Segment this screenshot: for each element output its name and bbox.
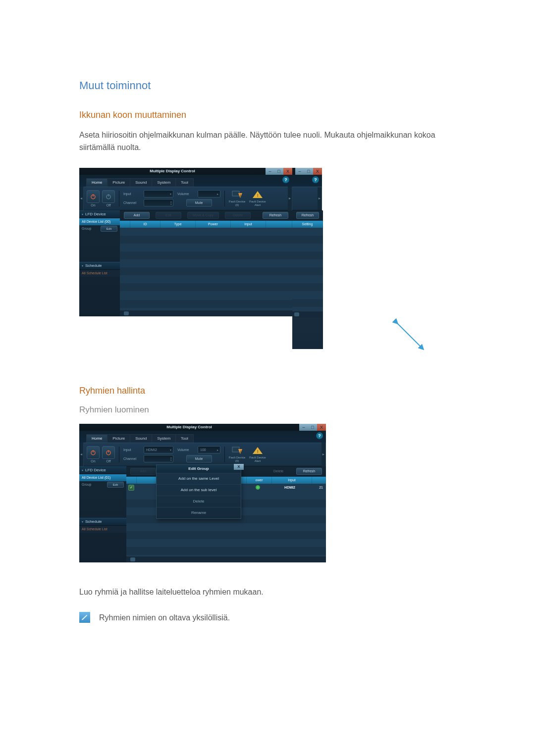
volume-field-2[interactable]: 100▸ [198, 446, 220, 454]
refresh-button-3[interactable]: Refresh [296, 468, 322, 475]
paragraph-groups: Luo ryhmiä ja hallitse laiteluetteloa ry… [79, 586, 456, 599]
win3-maximize-button[interactable]: □ [308, 424, 317, 431]
fault-alert-label-2: Fault DeviceAlert [249, 456, 266, 463]
add-button-2[interactable]: Add [130, 468, 156, 475]
group-edit-button-2[interactable]: Edit [107, 482, 124, 488]
window2-close-button[interactable]: X [313, 168, 322, 175]
collapse-left-icon-2[interactable]: ◄ [79, 443, 84, 466]
popup-rename[interactable]: Rename [157, 507, 241, 518]
move-copy-button[interactable]: Move & Copy [187, 212, 219, 219]
sidebar-section-schedule-2[interactable]: ▾Schedule [79, 518, 126, 526]
window2-minimize-button[interactable]: – [295, 168, 304, 175]
main-panel-2: Add Delete Refresh ower Input ✓ [126, 466, 326, 562]
tab-system-2[interactable]: System [152, 434, 176, 443]
sidebar-all-device-list-2[interactable]: All Device List (01) [79, 474, 126, 481]
sidebar-section-lfd[interactable]: ▾LFD Device [79, 210, 120, 218]
fault-alert-icon[interactable]: ! [252, 190, 264, 199]
input-label: Input [123, 192, 142, 196]
sidebar-section-lfd-2[interactable]: ▾LFD Device [79, 466, 126, 474]
edit-group-popup: Edit Group X Add on the same Level Add o… [156, 464, 241, 519]
popup-delete[interactable]: Delete [157, 496, 241, 507]
sidebar-2: ▾LFD Device All Device List (01) Group E… [79, 466, 126, 562]
window-minimize-button[interactable]: – [266, 168, 274, 175]
note-icon [79, 612, 90, 623]
sidebar-all-schedule[interactable]: All Schedule List [79, 270, 120, 277]
collapse-left-icon[interactable]: ◄ [79, 187, 84, 210]
tab-system[interactable]: System [152, 178, 176, 187]
help-icon-3[interactable]: ? [316, 432, 323, 439]
collapse-right-icon-3[interactable]: ► [321, 443, 326, 466]
volume-field[interactable]: ▸ [198, 190, 220, 198]
window-title-2: Multiple Display Control [79, 424, 299, 431]
collapse-right-icon-2[interactable]: ► [318, 187, 322, 210]
edit-button[interactable]: Edit [156, 212, 181, 219]
power-on-button-2[interactable] [87, 446, 100, 459]
col-input: Input [231, 221, 266, 228]
main-tabbar-2: Home Picture Sound System Tool ? [79, 431, 326, 443]
fault-device-icon-2[interactable]: ! [231, 446, 243, 455]
win3-minimize-button[interactable]: – [299, 424, 308, 431]
window-maximize-button[interactable]: □ [274, 168, 283, 175]
power-on-label-2: On [91, 459, 95, 463]
tab-picture[interactable]: Picture [107, 178, 130, 187]
delete-button[interactable]: Delete [225, 212, 251, 219]
sidebar-group-label-2: Group [82, 483, 91, 486]
secondary-window: – □ X ? ► Refresh Setting [292, 168, 322, 349]
resize-arrow-icon [392, 318, 427, 353]
tab-tool[interactable]: Tool [175, 178, 194, 187]
refresh-button-2[interactable]: Refresh [296, 212, 319, 219]
popup-add-sub-level[interactable]: Add on the sub level [157, 484, 241, 496]
tab-home[interactable]: Home [86, 178, 107, 187]
input-select[interactable]: ▾ [144, 190, 173, 198]
note-text: Ryhmien nimien on oltava yksilöllisiä. [99, 612, 230, 624]
popup-close-button[interactable]: X [234, 464, 244, 470]
collapse-right-icon[interactable]: ► [288, 187, 292, 210]
fault-device-label-2: Fault Device(0) [229, 456, 245, 463]
volume-label-2: Volume [177, 448, 196, 452]
fault-device-icon[interactable]: ! [231, 190, 243, 199]
sidebar-all-schedule-2[interactable]: All Schedule List [79, 526, 126, 533]
delete-label-overflow: Delete [273, 469, 283, 473]
table-header: ID Type Power Input [120, 221, 292, 228]
add-button[interactable]: Add [124, 212, 150, 219]
horizontal-scrollbar[interactable] [120, 310, 292, 316]
sidebar-all-device-list[interactable]: All Device List (00) [79, 218, 120, 225]
tab-sound[interactable]: Sound [130, 178, 152, 187]
input-select-2[interactable]: HDMI2▾ [144, 446, 173, 454]
svg-rect-14 [232, 447, 239, 452]
channel-stepper-2[interactable]: ▴▾ [144, 455, 173, 462]
tab-picture-2[interactable]: Picture [107, 434, 130, 443]
channel-label-2: Channel [123, 457, 142, 460]
help-icon-2[interactable]: ? [312, 176, 319, 183]
group-edit-button[interactable]: Edit [101, 226, 117, 232]
sidebar-group-label: Group [82, 227, 91, 230]
row-checkbox[interactable]: ✓ [128, 485, 134, 491]
refresh-button[interactable]: Refresh [263, 212, 288, 219]
sidebar-group-row-2: Group Edit [79, 481, 126, 488]
sidebar-group-row: Group Edit [79, 225, 120, 232]
fault-device-label: Fault Device(0) [229, 200, 245, 207]
svg-rect-4 [232, 191, 239, 196]
channel-stepper[interactable]: ▴▾ [144, 199, 173, 206]
power-on-button[interactable] [87, 190, 100, 203]
win3-close-button[interactable]: X [317, 424, 326, 431]
heading-group-management: Ryhmien hallinta [79, 386, 456, 396]
tab-home-2[interactable]: Home [86, 434, 107, 443]
horizontal-scrollbar-3[interactable] [126, 556, 326, 562]
fault-alert-icon-2[interactable]: ! [252, 446, 264, 455]
row-number: 21 [310, 484, 326, 492]
help-icon[interactable]: ? [282, 176, 289, 183]
window-close-button[interactable]: X [283, 168, 292, 175]
tab-sound-2[interactable]: Sound [130, 434, 152, 443]
power-off-button-2[interactable] [102, 446, 115, 459]
power-off-button[interactable] [102, 190, 115, 203]
popup-add-same-level[interactable]: Add on the same Level [157, 473, 241, 484]
tab-tool-2[interactable]: Tool [175, 434, 194, 443]
sidebar-section-schedule[interactable]: ▾Schedule [79, 262, 120, 270]
mute-button[interactable]: Mute [186, 199, 212, 206]
col-input-2: Input [272, 477, 312, 484]
mute-button-2[interactable]: Mute [186, 455, 212, 462]
popup-title: Edit Group [188, 466, 209, 471]
window2-maximize-button[interactable]: □ [304, 168, 313, 175]
horizontal-scrollbar-2[interactable] [292, 311, 323, 317]
